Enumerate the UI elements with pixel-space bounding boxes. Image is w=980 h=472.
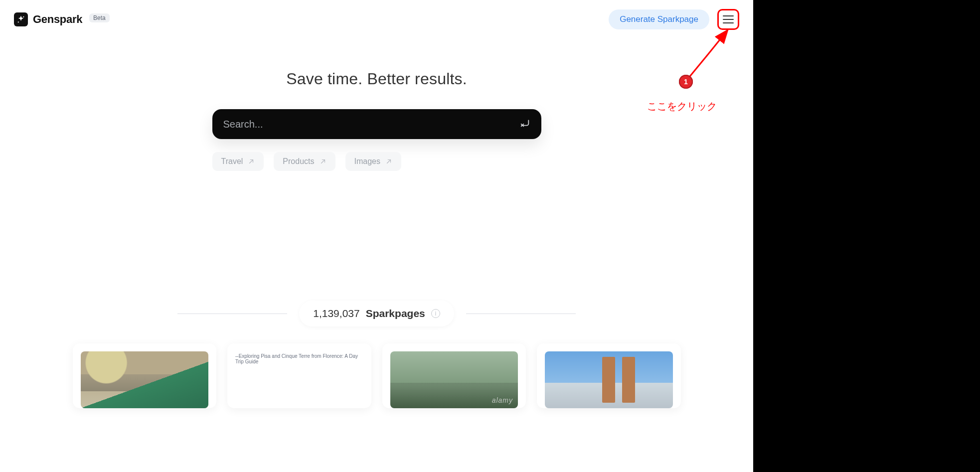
chip-label: Products [283,157,314,166]
search-box[interactable] [212,109,541,139]
sparkpage-card[interactable] [73,343,217,408]
svg-line-7 [321,160,325,163]
arrow-up-right-icon [248,158,255,165]
card-image [545,351,673,408]
brand[interactable]: Genspark Beta [14,12,110,26]
hero-title: Save time. Better results. [0,70,753,88]
chip-label: Images [354,157,380,166]
svg-line-6 [250,160,253,163]
chip-travel[interactable]: Travel [212,152,264,171]
hamburger-menu-button[interactable] [717,9,739,30]
info-icon[interactable]: i [431,309,440,318]
card-image: alamy [390,351,518,408]
suggestion-chips: Travel Products Images [212,152,541,171]
sparkpage-card[interactable]: --Exploring Pisa and Cinque Terre from F… [227,343,371,408]
svg-point-0 [23,16,24,17]
watermark: alamy [492,396,513,404]
sparkpage-cards: --Exploring Pisa and Cinque Terre from F… [73,343,681,408]
chip-images[interactable]: Images [345,152,401,171]
svg-line-8 [387,160,390,163]
brand-name: Genspark [33,13,82,26]
card-title: --Exploring Pisa and Cinque Terre from F… [235,351,363,364]
brand-logo-icon [14,12,28,26]
card-image [81,351,209,408]
header: Genspark Beta Generate Sparkpage [0,0,753,30]
sparkpage-card[interactable] [537,343,681,408]
search-input[interactable] [223,119,519,130]
sparkpages-count-pill: 1,139,037 Sparkpages i [299,301,454,326]
sparkpages-label: Sparkpages [366,308,425,319]
arrow-up-right-icon [385,158,392,165]
sparkpages-count: 1,139,037 [313,308,359,319]
header-actions: Generate Sparkpage [609,9,739,30]
sparkpages-strip: 1,139,037 Sparkpages i [0,301,753,326]
divider-right [466,314,576,314]
divider-left [177,314,287,314]
chip-products[interactable]: Products [274,152,335,171]
enter-icon [519,118,530,131]
sparkpage-card[interactable]: alamy [382,343,526,408]
search-wrap: Travel Products Images [212,109,541,171]
chip-label: Travel [221,157,243,166]
arrow-up-right-icon [320,158,327,165]
beta-badge: Beta [89,13,110,22]
generate-sparkpage-button[interactable]: Generate Sparkpage [609,9,709,29]
svg-point-1 [18,21,19,22]
hamburger-icon [723,15,734,24]
right-black-margin [753,0,980,472]
hero: Save time. Better results. Travel Produc… [0,70,753,171]
